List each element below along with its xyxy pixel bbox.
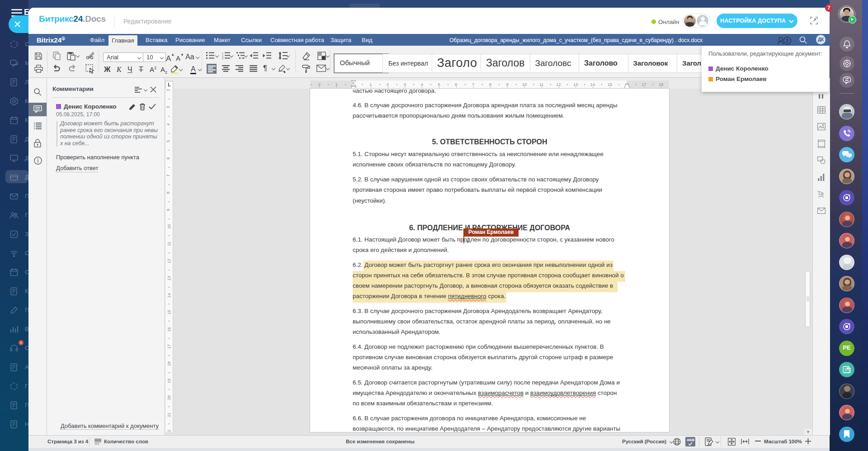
svg-text:Ta: Ta: [817, 190, 824, 197]
svg-text:2: 2: [786, 38, 788, 43]
svg-text:123: 123: [94, 442, 99, 445]
svg-text:3: 3: [222, 57, 223, 59]
